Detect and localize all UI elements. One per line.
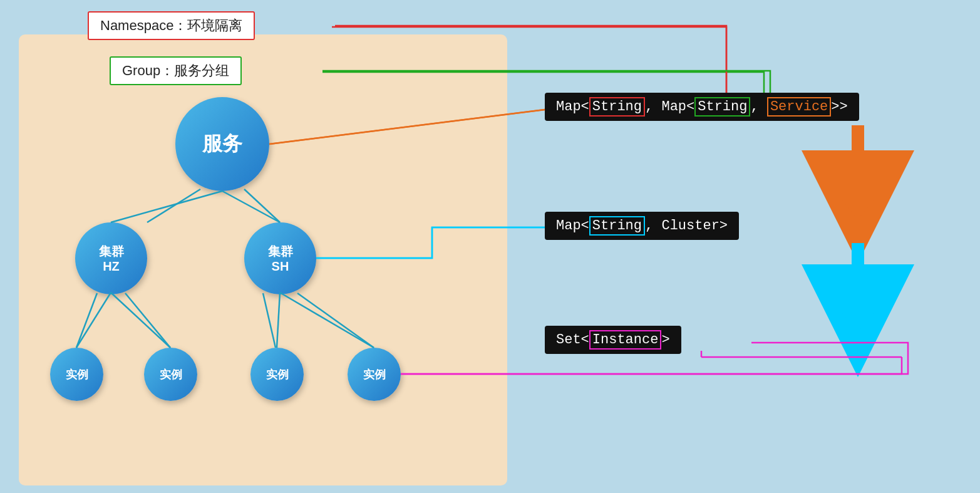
map-service-middle: , Map< (645, 99, 694, 115)
map-cluster-string: String (589, 216, 645, 236)
map-service-string2: String (694, 97, 750, 117)
map-service-prefix: Map< (556, 99, 589, 115)
instance-circle-3: 实例 (250, 348, 304, 401)
map-cluster-prefix: Map< (556, 218, 589, 234)
map-service-service: Service (767, 97, 831, 117)
set-instance-suffix: > (661, 332, 669, 348)
map-service-comma: , (750, 99, 766, 115)
set-instance-box: Set<Instance> (545, 326, 681, 354)
cluster-hz-circle: 集群 HZ (75, 222, 147, 294)
instance-circle-1: 实例 (50, 348, 103, 401)
svg-marker-25 (842, 313, 874, 332)
map-cluster-box: Map<String, Cluster> (545, 212, 739, 240)
map-service-box: Map<String, Map<String, Service>> (545, 93, 859, 121)
set-instance-prefix: Set< (556, 332, 589, 348)
map-service-string1: String (589, 97, 645, 117)
instance-circle-4: 实例 (348, 348, 401, 401)
map-service-suffix: >> (831, 99, 847, 115)
svg-marker-23 (842, 200, 874, 219)
main-container: Namespace：环境隔离 Group：服务分组 服务 集群 HZ 集群 SH… (0, 0, 980, 493)
namespace-label: Namespace：环境隔离 (88, 11, 255, 40)
instance-circle-2: 实例 (144, 348, 197, 401)
map-cluster-rest: , Cluster> (645, 218, 728, 234)
service-circle: 服务 (175, 97, 269, 191)
group-label: Group：服务分组 (110, 56, 242, 85)
cluster-sh-circle: 集群 SH (244, 222, 316, 294)
set-instance-instance: Instance (589, 330, 662, 350)
